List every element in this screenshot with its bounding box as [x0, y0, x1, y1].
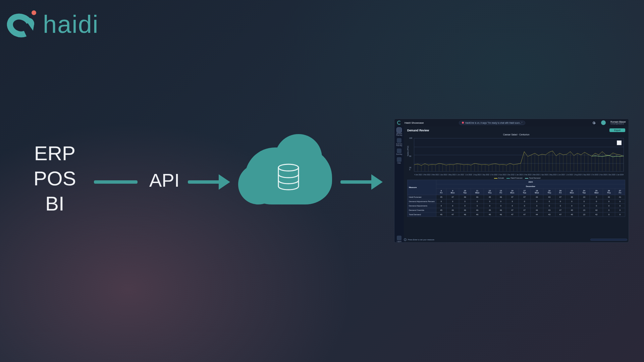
settings-button[interactable] — [592, 121, 596, 125]
sidebar: Demand Planning Inventory Planning Sourc… — [394, 126, 404, 242]
arrow-icon — [188, 180, 228, 184]
arrow-icon — [340, 180, 381, 184]
database-icon — [277, 164, 300, 190]
status-hint: Press Enter to set your measure — [408, 239, 434, 241]
sidebar-item-inventory-planning[interactable]: Inventory Planning — [395, 138, 403, 146]
api-label: API — [149, 169, 179, 191]
source-erp: ERP — [34, 141, 75, 166]
chart-legend: Actuals Haidi Forecast Total Demand — [407, 177, 625, 179]
status-bar: i Press Enter to set your measure — [404, 238, 627, 241]
measures-table: Measure2024December6Fri9Mon10Tue11Wed12T… — [407, 180, 625, 240]
sidebar-item-demand-planning[interactable]: Demand Planning — [395, 128, 403, 136]
user-email: romain@haidi.ai — [610, 123, 626, 125]
horizontal-scrollbar[interactable] — [590, 239, 627, 241]
demand-chart: Caesar Salad · Centurion Sales (PGI) 100… — [407, 133, 625, 179]
export-button[interactable]: Export — [609, 128, 625, 132]
flow-line — [94, 180, 138, 184]
logout-icon — [397, 236, 401, 240]
source-pos: POS — [34, 166, 76, 191]
sidebar-label: Logout — [397, 241, 401, 242]
status-dot-icon — [462, 122, 464, 124]
ytick: 0 — [409, 169, 410, 171]
legend-actuals: Actuals — [498, 177, 504, 179]
sidebar-label: Data — [397, 162, 401, 164]
chart-x-ticks: 4 Jan 20221 Feb 20221 Mar 20221 Apr 2022… — [414, 174, 624, 176]
ytick: 100 — [409, 137, 412, 139]
sidebar-label: Inventory Planning — [395, 143, 403, 146]
app-title: Haidi Showcase — [405, 121, 424, 124]
search-placeholder: HaidiOne is on, it says "I'm ready to ch… — [465, 122, 522, 124]
info-icon: i — [404, 238, 407, 241]
chart-y-label: Sales (PGI) — [407, 146, 409, 156]
gear-icon — [592, 121, 596, 125]
sidebar-item-data[interactable]: Data — [395, 157, 403, 164]
box-icon — [397, 138, 401, 143]
legend-forecast: Haidi Forecast — [511, 177, 522, 179]
sidebar-item-logout[interactable]: Logout — [395, 236, 403, 242]
cloud-database-icon — [245, 147, 332, 204]
db-icon — [397, 157, 401, 162]
svg-point-0 — [278, 164, 299, 171]
chart-title: Caesar Salad · Centurion — [407, 133, 625, 136]
sidebar-label: Sourcing — [396, 154, 402, 155]
page-title: Demand Review — [407, 129, 429, 132]
sidebar-label: Demand Planning — [395, 133, 403, 136]
user-block: Romain Blaser romain@haidi.ai — [610, 121, 626, 125]
global-search[interactable]: HaidiOne is on, it says "I'm ready to ch… — [459, 121, 525, 125]
sidebar-item-sourcing[interactable]: Sourcing — [395, 148, 403, 155]
app-logo-icon — [397, 121, 401, 125]
ytick: 50 — [409, 155, 411, 157]
legend-total: Total Demand — [529, 177, 540, 179]
chart-plot-area[interactable] — [414, 138, 624, 172]
architecture-diagram: ERP POS BI API Haidi Showcase HaidiOne i… — [0, 0, 644, 362]
app-topbar: Haidi Showcase HaidiOne is on, it says "… — [394, 119, 629, 126]
plan-icon — [397, 128, 401, 132]
source-bi: BI — [45, 191, 64, 216]
data-sources-list: ERP POS BI — [34, 141, 76, 216]
user-avatar[interactable] — [601, 120, 606, 125]
dashboard-screenshot: Haidi Showcase HaidiOne is on, it says "… — [394, 119, 629, 243]
cart-icon — [397, 148, 401, 153]
